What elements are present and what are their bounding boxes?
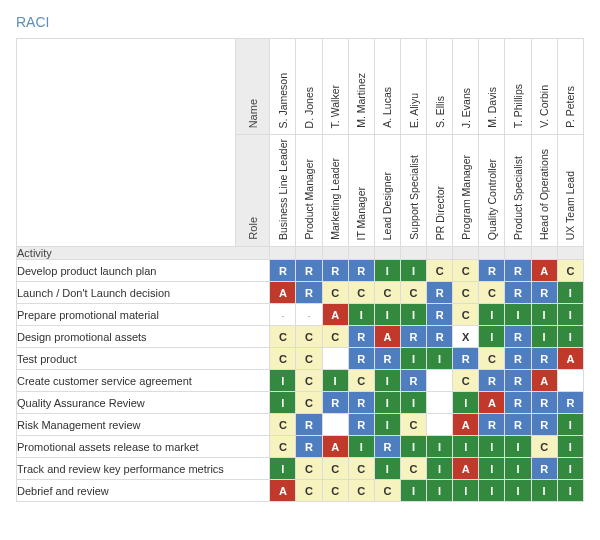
raci-cell: R [479, 260, 505, 282]
raci-cell: C [453, 282, 479, 304]
raci-cell: C [322, 458, 348, 480]
raci-matrix: NameS. JamesonD. JonesT. WalkerM. Martin… [16, 38, 584, 502]
raci-cell: I [505, 480, 531, 502]
header-spacer [270, 247, 296, 260]
raci-cell: C [348, 458, 374, 480]
raci-cell: I [557, 326, 583, 348]
header-activity-label: Activity [17, 247, 270, 260]
raci-cell: C [400, 282, 426, 304]
raci-cell: C [453, 304, 479, 326]
raci-cell: A [557, 348, 583, 370]
activity-label: Prepare promotional material [17, 304, 270, 326]
activity-label: Create customer service agreement [17, 370, 270, 392]
raci-cell: I [479, 304, 505, 326]
activity-label: Design promotional assets [17, 326, 270, 348]
raci-cell: I [427, 480, 453, 502]
header-name: T. Walker [322, 39, 348, 135]
raci-cell: I [400, 304, 426, 326]
table-row: Launch / Don't Launch decisionARCCCCRCCR… [17, 282, 584, 304]
raci-cell: R [531, 348, 557, 370]
raci-cell: I [374, 392, 400, 414]
raci-cell: C [270, 414, 296, 436]
raci-cell: C [557, 260, 583, 282]
raci-cell: A [322, 304, 348, 326]
raci-cell: R [296, 260, 322, 282]
header-spacer [505, 247, 531, 260]
raci-cell: R [531, 392, 557, 414]
header-spacer [557, 247, 583, 260]
raci-cell: X [453, 326, 479, 348]
header-spacer [427, 247, 453, 260]
raci-cell: I [505, 304, 531, 326]
header-blank [17, 39, 236, 247]
raci-cell: C [348, 370, 374, 392]
raci-cell: A [453, 414, 479, 436]
raci-cell: I [479, 480, 505, 502]
header-name: D. Jones [296, 39, 322, 135]
activity-label: Quality Assurance Review [17, 392, 270, 414]
header-spacer [348, 247, 374, 260]
raci-cell: I [453, 436, 479, 458]
raci-cell: R [322, 260, 348, 282]
activity-label: Test product [17, 348, 270, 370]
raci-cell: I [374, 414, 400, 436]
raci-cell: R [348, 326, 374, 348]
raci-cell: C [296, 348, 322, 370]
raci-cell: I [557, 282, 583, 304]
raci-cell: I [400, 392, 426, 414]
raci-cell: C [322, 480, 348, 502]
raci-cell [322, 348, 348, 370]
header-spacer [531, 247, 557, 260]
raci-cell: I [400, 260, 426, 282]
raci-cell: I [374, 370, 400, 392]
page-title: RACI [16, 14, 584, 30]
header-name: S. Jameson [270, 39, 296, 135]
raci-cell: C [296, 326, 322, 348]
raci-cell: R [400, 326, 426, 348]
raci-cell [427, 370, 453, 392]
raci-cell: I [505, 436, 531, 458]
raci-cell: R [374, 348, 400, 370]
raci-cell: I [557, 414, 583, 436]
header-name: V. Corbin [531, 39, 557, 135]
raci-cell: R [296, 414, 322, 436]
header-role: Product Manager [296, 135, 322, 247]
raci-cell: R [427, 326, 453, 348]
raci-cell: I [427, 436, 453, 458]
header-spacer [479, 247, 505, 260]
raci-cell: I [374, 458, 400, 480]
header-name: A. Lucas [374, 39, 400, 135]
raci-cell: R [400, 370, 426, 392]
raci-cell: R [348, 260, 374, 282]
raci-cell: A [479, 392, 505, 414]
raci-cell: C [296, 370, 322, 392]
header-name: T. Phillips [505, 39, 531, 135]
raci-cell: I [400, 436, 426, 458]
header-name: E. Aliyu [400, 39, 426, 135]
activity-label: Promotional assets release to market [17, 436, 270, 458]
raci-cell: C [400, 414, 426, 436]
raci-cell: C [374, 282, 400, 304]
raci-cell: I [270, 392, 296, 414]
raci-cell: R [505, 326, 531, 348]
raci-cell: C [348, 282, 374, 304]
raci-cell: I [557, 304, 583, 326]
header-name: P. Peters [557, 39, 583, 135]
raci-cell: R [270, 260, 296, 282]
raci-cell: I [322, 370, 348, 392]
raci-cell: I [348, 436, 374, 458]
raci-cell: A [270, 480, 296, 502]
header-name: J. Evans [453, 39, 479, 135]
raci-cell: I [427, 348, 453, 370]
raci-cell: C [427, 260, 453, 282]
activity-label: Track and review key performance metrics [17, 458, 270, 480]
raci-cell: I [374, 260, 400, 282]
raci-header: NameS. JamesonD. JonesT. WalkerM. Martin… [17, 39, 584, 260]
raci-cell: R [348, 348, 374, 370]
header-role: UX Team Lead [557, 135, 583, 247]
raci-cell [322, 414, 348, 436]
header-role: Program Manager [453, 135, 479, 247]
raci-cell: I [400, 480, 426, 502]
header-spacer [322, 247, 348, 260]
table-row: Create customer service agreementICICIRC… [17, 370, 584, 392]
